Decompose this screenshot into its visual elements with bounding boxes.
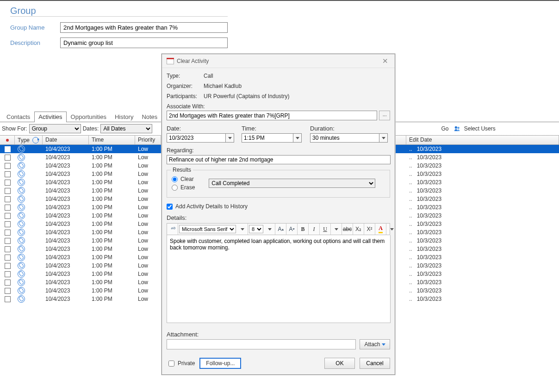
phone-icon [18, 279, 25, 286]
duration-dropdown[interactable] [379, 133, 388, 143]
clear-radio[interactable] [172, 176, 178, 182]
font-size-select[interactable]: 8 [249, 225, 263, 233]
add-history-checkbox[interactable] [167, 204, 173, 210]
ok-button[interactable]: OK [324, 358, 355, 369]
row-edit-date: ..10/3/2023 [406, 171, 559, 177]
font-name-select[interactable]: Microsoft Sans Serif [179, 225, 236, 233]
subscript-button[interactable]: X₂ [353, 224, 364, 235]
result-select[interactable]: Call Completed [209, 179, 375, 188]
row-checkbox[interactable] [0, 263, 15, 269]
header-date[interactable]: Date [43, 136, 89, 144]
tab-history[interactable]: History [111, 112, 137, 122]
font-color-dropdown[interactable] [386, 224, 398, 235]
group-name-input[interactable] [60, 22, 228, 33]
row-checkbox[interactable] [0, 238, 15, 244]
tab-notes[interactable]: Notes [137, 112, 161, 122]
private-checkbox[interactable] [168, 361, 174, 367]
row-checkbox[interactable] [0, 271, 15, 277]
refresh-icon[interactable] [32, 137, 39, 143]
date-input[interactable] [167, 133, 226, 143]
dates-select[interactable]: All Dates [100, 124, 152, 133]
row-date: 10/4/2023 [43, 262, 89, 269]
font-size-dropdown[interactable] [264, 224, 275, 235]
row-date: 10/4/2023 [43, 279, 89, 286]
row-date: 10/4/2023 [43, 271, 89, 277]
attach-button[interactable]: Attach [360, 339, 390, 349]
font-name-dropdown[interactable] [237, 224, 248, 235]
show-for-label: Show For: [2, 125, 27, 132]
followup-button[interactable]: Follow-up... [199, 358, 241, 369]
row-checkbox[interactable] [0, 246, 15, 252]
details-textarea[interactable]: Spoke with customer, completed loan appl… [167, 235, 391, 323]
row-checkbox[interactable] [0, 296, 15, 302]
tab-contacts[interactable]: Contacts [2, 112, 34, 122]
row-checkbox[interactable] [0, 188, 15, 194]
row-checkbox[interactable] [0, 171, 15, 177]
row-type [15, 145, 43, 153]
row-checkbox[interactable] [0, 163, 15, 169]
underline-button[interactable]: U [320, 224, 331, 235]
header-edit-date[interactable]: Edit Date [406, 136, 559, 144]
spellcheck-button[interactable]: ᵃᵇ [167, 224, 178, 235]
select-users-button[interactable]: Select Users [454, 125, 495, 132]
row-priority: Low [135, 279, 161, 286]
time-input[interactable] [242, 133, 293, 143]
italic-button[interactable]: I [309, 224, 320, 235]
cancel-button[interactable]: Cancel [360, 358, 390, 369]
phone-icon [18, 187, 25, 194]
results-legend: Results [171, 167, 193, 173]
increase-font-button[interactable]: A▴ [275, 224, 286, 235]
duration-input[interactable] [310, 133, 379, 143]
row-checkbox[interactable] [0, 221, 15, 227]
phone-icon [18, 170, 25, 178]
attachment-input[interactable] [167, 339, 356, 349]
header-time[interactable]: Time [89, 136, 135, 144]
tab-opportunities[interactable]: Opportunities [67, 112, 111, 122]
row-checkbox[interactable] [0, 180, 15, 186]
row-date: 10/4/2023 [43, 187, 89, 194]
row-checkbox[interactable] [0, 205, 15, 211]
row-checkbox[interactable] [0, 288, 15, 294]
close-button[interactable]: ✕ [380, 57, 390, 65]
row-checkbox[interactable] [0, 146, 15, 152]
row-checkbox[interactable] [0, 213, 15, 219]
time-label: Time: [242, 125, 304, 132]
row-time: 1:00 PM [89, 254, 135, 261]
underline-dropdown[interactable] [331, 224, 342, 235]
header-flag[interactable] [0, 136, 15, 144]
header-priority[interactable]: Priority [135, 136, 161, 144]
go-button[interactable]: Go [441, 125, 448, 132]
show-for-select[interactable]: Group [29, 124, 81, 133]
row-priority: Low [135, 296, 161, 302]
header-type[interactable]: Type [15, 136, 43, 144]
row-edit-date: ..10/3/2023 [406, 179, 559, 186]
erase-radio[interactable] [172, 185, 178, 191]
superscript-button[interactable]: X² [364, 224, 375, 235]
row-time: 1:00 PM [89, 271, 135, 277]
associate-browse-button[interactable]: ... [379, 111, 390, 120]
row-checkbox[interactable] [0, 196, 15, 202]
row-checkbox[interactable] [0, 280, 15, 286]
row-checkbox[interactable] [0, 155, 15, 161]
phone-icon [18, 154, 25, 161]
description-input[interactable] [60, 37, 228, 48]
regarding-input[interactable] [167, 155, 391, 164]
row-checkbox[interactable] [0, 255, 15, 261]
associate-with-input[interactable] [167, 111, 377, 120]
strike-button[interactable]: abc [342, 224, 353, 235]
row-edit-date: ..10/3/2023 [406, 162, 559, 169]
time-dropdown[interactable] [293, 133, 302, 143]
row-edit-date: ..10/3/2023 [406, 237, 559, 244]
row-checkbox[interactable] [0, 230, 15, 236]
tab-activities[interactable]: Activities [34, 112, 66, 122]
svg-point-0 [455, 126, 457, 129]
row-priority: Low [135, 212, 161, 219]
decrease-font-button[interactable]: A▾ [286, 224, 298, 235]
date-dropdown[interactable] [226, 133, 234, 143]
chevron-down-icon [382, 137, 385, 139]
private-label: Private [178, 360, 195, 367]
bold-button[interactable]: B [298, 224, 309, 235]
font-color-button[interactable]: A [375, 224, 386, 235]
phone-icon [18, 262, 25, 269]
row-type [15, 245, 43, 253]
